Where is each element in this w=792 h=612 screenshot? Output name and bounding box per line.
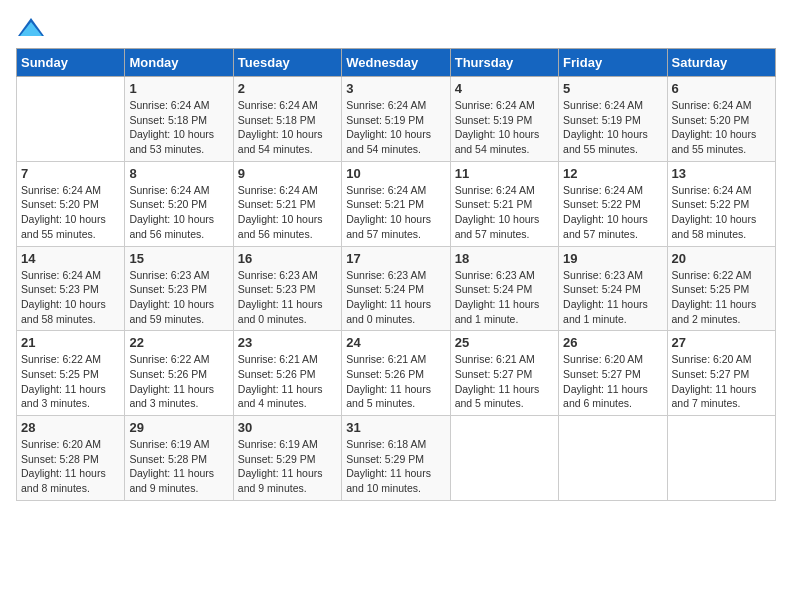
day-info: Sunrise: 6:24 AMSunset: 5:20 PMDaylight:…: [21, 183, 120, 242]
day-info: Sunrise: 6:24 AMSunset: 5:18 PMDaylight:…: [238, 98, 337, 157]
header-cell-tuesday: Tuesday: [233, 49, 341, 77]
day-info: Sunrise: 6:23 AMSunset: 5:23 PMDaylight:…: [129, 268, 228, 327]
day-number: 29: [129, 420, 228, 435]
calendar-table: SundayMondayTuesdayWednesdayThursdayFrid…: [16, 48, 776, 501]
day-info: Sunrise: 6:24 AMSunset: 5:23 PMDaylight:…: [21, 268, 120, 327]
day-number: 1: [129, 81, 228, 96]
logo: [16, 16, 52, 40]
day-info: Sunrise: 6:23 AMSunset: 5:24 PMDaylight:…: [455, 268, 554, 327]
day-cell: 27Sunrise: 6:20 AMSunset: 5:27 PMDayligh…: [667, 331, 775, 416]
day-info: Sunrise: 6:19 AMSunset: 5:29 PMDaylight:…: [238, 437, 337, 496]
day-cell: [17, 77, 125, 162]
day-info: Sunrise: 6:24 AMSunset: 5:21 PMDaylight:…: [455, 183, 554, 242]
day-cell: 13Sunrise: 6:24 AMSunset: 5:22 PMDayligh…: [667, 161, 775, 246]
day-number: 3: [346, 81, 445, 96]
day-cell: 26Sunrise: 6:20 AMSunset: 5:27 PMDayligh…: [559, 331, 667, 416]
day-number: 7: [21, 166, 120, 181]
day-cell: [450, 416, 558, 501]
day-cell: 22Sunrise: 6:22 AMSunset: 5:26 PMDayligh…: [125, 331, 233, 416]
day-cell: 18Sunrise: 6:23 AMSunset: 5:24 PMDayligh…: [450, 246, 558, 331]
day-number: 2: [238, 81, 337, 96]
week-row-1: 1Sunrise: 6:24 AMSunset: 5:18 PMDaylight…: [17, 77, 776, 162]
header-cell-monday: Monday: [125, 49, 233, 77]
day-cell: 2Sunrise: 6:24 AMSunset: 5:18 PMDaylight…: [233, 77, 341, 162]
day-cell: 6Sunrise: 6:24 AMSunset: 5:20 PMDaylight…: [667, 77, 775, 162]
day-info: Sunrise: 6:22 AMSunset: 5:26 PMDaylight:…: [129, 352, 228, 411]
day-cell: 19Sunrise: 6:23 AMSunset: 5:24 PMDayligh…: [559, 246, 667, 331]
day-number: 20: [672, 251, 771, 266]
day-cell: 15Sunrise: 6:23 AMSunset: 5:23 PMDayligh…: [125, 246, 233, 331]
day-info: Sunrise: 6:22 AMSunset: 5:25 PMDaylight:…: [21, 352, 120, 411]
header-cell-friday: Friday: [559, 49, 667, 77]
day-info: Sunrise: 6:20 AMSunset: 5:27 PMDaylight:…: [672, 352, 771, 411]
day-cell: 24Sunrise: 6:21 AMSunset: 5:26 PMDayligh…: [342, 331, 450, 416]
day-info: Sunrise: 6:22 AMSunset: 5:25 PMDaylight:…: [672, 268, 771, 327]
day-cell: 16Sunrise: 6:23 AMSunset: 5:23 PMDayligh…: [233, 246, 341, 331]
day-info: Sunrise: 6:19 AMSunset: 5:28 PMDaylight:…: [129, 437, 228, 496]
day-number: 28: [21, 420, 120, 435]
day-cell: 5Sunrise: 6:24 AMSunset: 5:19 PMDaylight…: [559, 77, 667, 162]
header-cell-sunday: Sunday: [17, 49, 125, 77]
day-info: Sunrise: 6:24 AMSunset: 5:20 PMDaylight:…: [672, 98, 771, 157]
day-number: 21: [21, 335, 120, 350]
header-cell-thursday: Thursday: [450, 49, 558, 77]
calendar-header: SundayMondayTuesdayWednesdayThursdayFrid…: [17, 49, 776, 77]
day-cell: 12Sunrise: 6:24 AMSunset: 5:22 PMDayligh…: [559, 161, 667, 246]
header-row: SundayMondayTuesdayWednesdayThursdayFrid…: [17, 49, 776, 77]
day-info: Sunrise: 6:23 AMSunset: 5:24 PMDaylight:…: [346, 268, 445, 327]
calendar-body: 1Sunrise: 6:24 AMSunset: 5:18 PMDaylight…: [17, 77, 776, 501]
day-info: Sunrise: 6:24 AMSunset: 5:22 PMDaylight:…: [563, 183, 662, 242]
day-number: 26: [563, 335, 662, 350]
week-row-2: 7Sunrise: 6:24 AMSunset: 5:20 PMDaylight…: [17, 161, 776, 246]
day-number: 24: [346, 335, 445, 350]
day-cell: 4Sunrise: 6:24 AMSunset: 5:19 PMDaylight…: [450, 77, 558, 162]
day-info: Sunrise: 6:23 AMSunset: 5:24 PMDaylight:…: [563, 268, 662, 327]
day-cell: 14Sunrise: 6:24 AMSunset: 5:23 PMDayligh…: [17, 246, 125, 331]
day-number: 11: [455, 166, 554, 181]
day-info: Sunrise: 6:21 AMSunset: 5:26 PMDaylight:…: [238, 352, 337, 411]
day-info: Sunrise: 6:20 AMSunset: 5:27 PMDaylight:…: [563, 352, 662, 411]
day-cell: 30Sunrise: 6:19 AMSunset: 5:29 PMDayligh…: [233, 416, 341, 501]
day-cell: 1Sunrise: 6:24 AMSunset: 5:18 PMDaylight…: [125, 77, 233, 162]
day-number: 10: [346, 166, 445, 181]
day-number: 16: [238, 251, 337, 266]
day-number: 30: [238, 420, 337, 435]
day-cell: 29Sunrise: 6:19 AMSunset: 5:28 PMDayligh…: [125, 416, 233, 501]
day-number: 8: [129, 166, 228, 181]
day-number: 13: [672, 166, 771, 181]
day-number: 4: [455, 81, 554, 96]
day-cell: 23Sunrise: 6:21 AMSunset: 5:26 PMDayligh…: [233, 331, 341, 416]
day-info: Sunrise: 6:24 AMSunset: 5:22 PMDaylight:…: [672, 183, 771, 242]
page-header: [16, 16, 776, 40]
day-number: 17: [346, 251, 445, 266]
day-cell: 7Sunrise: 6:24 AMSunset: 5:20 PMDaylight…: [17, 161, 125, 246]
day-cell: 3Sunrise: 6:24 AMSunset: 5:19 PMDaylight…: [342, 77, 450, 162]
day-info: Sunrise: 6:20 AMSunset: 5:28 PMDaylight:…: [21, 437, 120, 496]
week-row-5: 28Sunrise: 6:20 AMSunset: 5:28 PMDayligh…: [17, 416, 776, 501]
day-number: 5: [563, 81, 662, 96]
day-info: Sunrise: 6:24 AMSunset: 5:21 PMDaylight:…: [346, 183, 445, 242]
logo-icon: [16, 16, 46, 40]
day-info: Sunrise: 6:21 AMSunset: 5:27 PMDaylight:…: [455, 352, 554, 411]
day-cell: [667, 416, 775, 501]
day-info: Sunrise: 6:24 AMSunset: 5:20 PMDaylight:…: [129, 183, 228, 242]
day-cell: 25Sunrise: 6:21 AMSunset: 5:27 PMDayligh…: [450, 331, 558, 416]
day-info: Sunrise: 6:23 AMSunset: 5:23 PMDaylight:…: [238, 268, 337, 327]
day-info: Sunrise: 6:24 AMSunset: 5:18 PMDaylight:…: [129, 98, 228, 157]
day-info: Sunrise: 6:24 AMSunset: 5:19 PMDaylight:…: [346, 98, 445, 157]
header-cell-saturday: Saturday: [667, 49, 775, 77]
day-number: 15: [129, 251, 228, 266]
day-info: Sunrise: 6:24 AMSunset: 5:19 PMDaylight:…: [455, 98, 554, 157]
day-cell: 10Sunrise: 6:24 AMSunset: 5:21 PMDayligh…: [342, 161, 450, 246]
day-number: 14: [21, 251, 120, 266]
day-info: Sunrise: 6:21 AMSunset: 5:26 PMDaylight:…: [346, 352, 445, 411]
day-info: Sunrise: 6:24 AMSunset: 5:21 PMDaylight:…: [238, 183, 337, 242]
day-number: 9: [238, 166, 337, 181]
day-cell: 9Sunrise: 6:24 AMSunset: 5:21 PMDaylight…: [233, 161, 341, 246]
day-number: 27: [672, 335, 771, 350]
day-number: 31: [346, 420, 445, 435]
day-cell: 11Sunrise: 6:24 AMSunset: 5:21 PMDayligh…: [450, 161, 558, 246]
day-cell: 31Sunrise: 6:18 AMSunset: 5:29 PMDayligh…: [342, 416, 450, 501]
day-cell: 21Sunrise: 6:22 AMSunset: 5:25 PMDayligh…: [17, 331, 125, 416]
day-number: 19: [563, 251, 662, 266]
